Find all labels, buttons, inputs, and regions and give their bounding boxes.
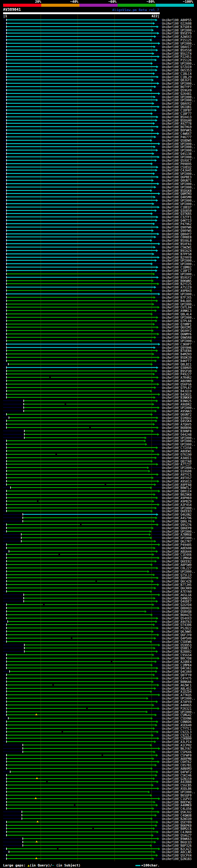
hit-accession-label[interactable]: UniRef100_B7SDE4	[162, 25, 192, 29]
hit-accession-label[interactable]: UniRef100_O74306	[162, 623, 192, 627]
hit-accession-label[interactable]: UniRef100_Q54XX3	[162, 617, 192, 620]
hit-accession-label[interactable]: UniRef100_Q0JGY1	[162, 79, 192, 82]
hit-accession-label[interactable]: UniRef100_Q5EY89	[162, 820, 192, 824]
hit-accession-label[interactable]: UniRef100_B5XAL8	[162, 239, 192, 242]
hit-accession-label[interactable]: UniRef100_P47962	[162, 222, 192, 226]
hit-accession-label[interactable]: UniRef100_A7R4R2	[162, 376, 192, 379]
hit-accession-label[interactable]: UniRef100_Q00V92	[162, 577, 192, 580]
hit-accession-label[interactable]: UniRef100_Q4P5H9	[162, 637, 192, 640]
hit-accession-label[interactable]: UniRef100_C5WZW1	[162, 246, 192, 249]
hit-accession-label[interactable]: UniRef100_Q90YW6	[162, 226, 192, 229]
hit-accession-label[interactable]: UniRef100_Q3TKR5	[162, 212, 192, 216]
hit-accession-label[interactable]: UniRef100_C1E4X6	[162, 553, 192, 556]
hit-accession-label[interactable]: UniRef100_A8U9N9	[162, 379, 192, 383]
hit-accession-label[interactable]: UniRef100_B5XFA1	[162, 242, 192, 246]
hit-accession-label[interactable]: UniRef100_C5DXN6	[162, 717, 192, 720]
hit-accession-label[interactable]: UniRef100_C1M0G8	[162, 556, 192, 560]
hit-accession-label[interactable]: UniRef100_Q8MTM3	[162, 192, 192, 195]
hit-accession-label[interactable]: UniRef100_Q4KTI3	[162, 219, 192, 222]
hit-accession-label[interactable]: UniRef100_A0CLN5	[162, 850, 192, 854]
hit-accession-label[interactable]: UniRef100_A9TXS7	[162, 476, 192, 480]
hit-accession-label[interactable]: UniRef100_B7PFS8	[162, 252, 192, 256]
hit-accession-label[interactable]: UniRef100_A8PSW9	[162, 563, 192, 566]
hit-accession-label[interactable]: UniRef100_Q5BVQ8	[162, 610, 192, 613]
hit-accession-label[interactable]: UniRef100_UPI000..	[162, 145, 195, 149]
hit-accession-label[interactable]: UniRef100_A2QRE4	[162, 660, 192, 663]
hit-accession-label[interactable]: UniRef100_Q6JWW5	[162, 630, 192, 633]
hit-accession-label[interactable]: UniRef100_Q627R7	[162, 540, 192, 543]
hit-accession-label[interactable]: UniRef100_UPI000..	[162, 42, 195, 45]
hit-accession-label[interactable]: UniRef100_B8P326	[162, 844, 192, 847]
hit-accession-label[interactable]: UniRef100_C1BEQ7	[162, 206, 192, 209]
hit-accession-label[interactable]: UniRef100_Q6C4Z8	[162, 580, 192, 583]
hit-accession-label[interactable]: UniRef100_Q5CPX4	[162, 854, 192, 857]
hit-accession-label[interactable]: UniRef100_C0S7B1	[162, 764, 192, 767]
hit-accession-label[interactable]: UniRef100_C5DEW6	[162, 640, 192, 644]
hit-accession-label[interactable]: UniRef100_A9UDR2	[162, 403, 192, 406]
hit-accession-label[interactable]: UniRef100_A3A0I1	[162, 456, 192, 460]
hit-accession-label[interactable]: UniRef100_C6TL04	[162, 306, 192, 309]
hit-accession-label[interactable]: UniRef100_Q8LBI1	[162, 363, 192, 366]
hit-accession-label[interactable]: UniRef100_A7TZ37	[162, 463, 192, 466]
hit-accession-label[interactable]: UniRef100_A3LPI4	[162, 740, 192, 744]
hit-accession-label[interactable]: UniRef100_B4KFT7	[162, 359, 192, 363]
hit-accession-label[interactable]: UniRef100_C9ZZL3	[162, 731, 192, 734]
hit-accession-label[interactable]: UniRef100_Q8L4L4	[162, 313, 192, 316]
hit-accession-label[interactable]: UniRef100_A4HMK9	[162, 804, 192, 807]
hit-accession-label[interactable]: UniRef100_B7FJX5	[162, 296, 192, 299]
hit-accession-label[interactable]: UniRef100_UPI000..	[162, 262, 195, 266]
hit-accession-label[interactable]: UniRef100_B3N025	[162, 399, 192, 403]
hit-accession-label[interactable]: UniRef100_UPI000..	[162, 443, 195, 446]
hit-accession-label[interactable]: UniRef100_Q6NMY6	[162, 333, 192, 336]
hit-accession-label[interactable]: UniRef100_A9ZT78	[162, 122, 192, 125]
hit-accession-label[interactable]: UniRef100_UPI000..	[162, 172, 195, 176]
hit-accession-label[interactable]: UniRef100_UPI000..	[162, 199, 195, 202]
hit-accession-label[interactable]: UniRef100_P52822	[162, 627, 192, 630]
hit-accession-label[interactable]: UniRef100_A7RMX8	[162, 533, 192, 536]
hit-accession-label[interactable]: UniRef100_A5E640	[162, 723, 192, 727]
hit-accession-label[interactable]: UniRef100_B0FWK5	[162, 129, 192, 132]
hit-accession-label[interactable]: UniRef100_P49227	[162, 373, 192, 376]
hit-accession-label[interactable]: UniRef100_Q90YW5	[162, 229, 192, 232]
hit-accession-label[interactable]: UniRef100_C1BFB7	[162, 109, 192, 112]
hit-accession-label[interactable]: UniRef100_B0WTL2	[162, 486, 192, 490]
hit-accession-label[interactable]: UniRef100_Q6XIM1	[162, 326, 192, 329]
hit-accession-label[interactable]: UniRef100_A7S1I9	[162, 286, 192, 289]
hit-accession-label[interactable]: UniRef100_UPI000..	[162, 697, 195, 700]
hit-accession-label[interactable]: UniRef100_A9PBZ9	[162, 500, 192, 503]
hit-accession-label[interactable]: UniRef100_C4QWU8	[162, 814, 192, 817]
hit-accession-label[interactable]: UniRef100_A9SNA3	[162, 409, 192, 413]
hit-accession-label[interactable]: UniRef100_B9SEY9	[162, 32, 192, 35]
hit-accession-label[interactable]: UniRef100_C0NRD6	[162, 720, 192, 723]
hit-accession-label[interactable]: UniRef100_UPI000..	[162, 182, 195, 186]
hit-accession-label[interactable]: UniRef100_C4JNX0	[162, 831, 192, 834]
hit-accession-label[interactable]: UniRef100_A6ZWC1	[162, 684, 192, 687]
hit-accession-label[interactable]: UniRef100_Q2GYD4	[162, 603, 192, 607]
hit-accession-label[interactable]: UniRef100_UPI000..	[162, 536, 195, 540]
hit-accession-label[interactable]: UniRef100_C3ZTF1	[162, 216, 192, 219]
hit-accession-label[interactable]: UniRef100_A4S796	[162, 516, 192, 520]
hit-accession-label[interactable]: UniRef100_B6JYA7	[162, 747, 192, 750]
hit-accession-label[interactable]: UniRef100_Q4SSK4	[162, 420, 192, 423]
hit-accession-label[interactable]: UniRef100_C5GCB5	[162, 784, 192, 787]
hit-accession-label[interactable]: UniRef100_C3KHP7	[162, 343, 192, 346]
hit-accession-label[interactable]: UniRef100_A4RHG5	[162, 704, 192, 707]
hit-accession-label[interactable]: UniRef100_Q6CRR9	[162, 587, 192, 590]
hit-accession-label[interactable]: UniRef100_UPI000..	[162, 259, 195, 262]
hit-accession-label[interactable]: UniRef100_B0Z9K8	[162, 493, 192, 496]
hit-accession-label[interactable]: UniRef100_B6THG9	[162, 125, 192, 129]
hit-accession-label[interactable]: UniRef100_C7YTC1	[162, 727, 192, 731]
hit-accession-label[interactable]: UniRef100_C0L2Z7	[162, 566, 192, 570]
hit-accession-label[interactable]: UniRef100_C5MG42	[162, 713, 192, 717]
hit-accession-label[interactable]: UniRef100_Q4UDE7	[162, 600, 192, 603]
hit-accession-label[interactable]: UniRef100_B2YI25	[162, 282, 192, 286]
hit-accession-label[interactable]: UniRef100_Q6UNT2	[162, 413, 192, 416]
hit-accession-label[interactable]: UniRef100_B5X5S8	[162, 49, 192, 52]
hit-accession-label[interactable]: UniRef100_Q59GX9	[162, 89, 192, 92]
hit-accession-label[interactable]: UniRef100_Q801I4	[162, 490, 192, 493]
hit-accession-label[interactable]: UniRef100_Q6XHY2	[162, 329, 192, 333]
hit-accession-label[interactable]: UniRef100_Q7PL67	[162, 386, 192, 390]
hit-accession-label[interactable]: UniRef100_UPI000..	[162, 82, 195, 85]
hit-accession-label[interactable]: UniRef100_C1GPV3	[162, 797, 192, 801]
hit-accession-label[interactable]: UniRef100_B5DK39	[162, 356, 192, 359]
